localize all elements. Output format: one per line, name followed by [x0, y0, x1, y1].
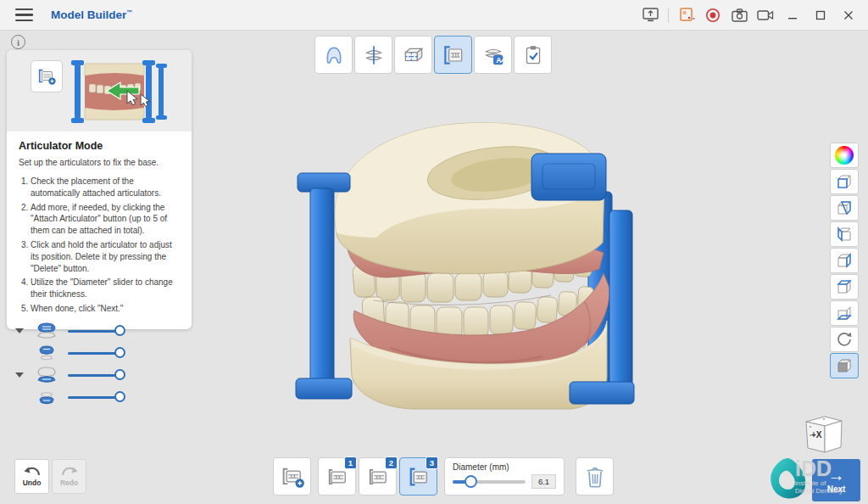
slider-thumb[interactable] [114, 369, 125, 380]
view-left-button[interactable] [830, 221, 859, 247]
app-title: Model Builder™ [51, 8, 132, 21]
step-articulator-button[interactable] [434, 36, 472, 74]
svg-text:A: A [496, 56, 501, 64]
opacity-row-lower-jaw [7, 365, 147, 385]
bottom-toolbar: 1 2 3 Diameter (mm) [273, 457, 614, 496]
attach-articulator-mini-button[interactable] [31, 60, 63, 92]
step-occlusion-button[interactable] [354, 36, 392, 74]
workflow-toolbar: A [314, 36, 552, 74]
reset-rotation-icon [835, 330, 854, 349]
capture-panel-icon[interactable] [678, 7, 695, 24]
upper-teeth-visibility-icon[interactable] [32, 344, 61, 362]
undo-label: Undo [23, 479, 42, 487]
maximize-button[interactable] [811, 6, 830, 25]
next-label: Next [827, 484, 846, 494]
color-wheel-icon [835, 146, 854, 165]
view-top-icon [835, 277, 854, 296]
articulator-1-button[interactable]: 1 [318, 457, 356, 496]
card-step: Add more, if needed, by clicking the "At… [31, 202, 180, 237]
record-icon[interactable] [704, 7, 721, 24]
undo-button[interactable]: Undo [14, 459, 49, 494]
video-capture-icon[interactable] [757, 7, 774, 24]
titlebar: Model Builder™ [0, 0, 868, 31]
history-controls: Undo Redo [14, 459, 86, 494]
impression-icon [322, 43, 346, 67]
step-finish-button[interactable] [514, 36, 552, 74]
hamburger-menu-icon[interactable] [15, 6, 39, 25]
next-arrow-icon: → [828, 468, 845, 483]
label-icon: A [481, 43, 505, 67]
delete-articulator-button[interactable] [576, 457, 614, 496]
view-back-icon [835, 199, 854, 217]
diameter-value: 6.1 [531, 474, 556, 489]
redo-button[interactable]: Redo [52, 459, 86, 494]
view-bottom-button[interactable] [830, 300, 859, 326]
lower-jaw-opacity-slider[interactable] [68, 369, 124, 381]
redo-arrow-icon [60, 466, 79, 478]
shaded-view-button[interactable] [830, 353, 859, 378]
slider-thumb[interactable] [114, 347, 125, 358]
navigation-view-cube[interactable]: +X [799, 410, 847, 457]
diameter-panel: Diameter (mm) 6.1 [444, 457, 565, 496]
upper-jaw-visibility-icon[interactable] [32, 322, 61, 340]
step-base-button[interactable] [394, 36, 432, 74]
screen-share-icon[interactable] [642, 7, 659, 24]
articulator-number-badge: 1 [344, 456, 357, 469]
next-button[interactable]: → Next [812, 459, 860, 501]
opacity-row-upper-jaw [7, 321, 147, 341]
lower-teeth-opacity-slider[interactable] [68, 391, 124, 403]
view-toolbar [830, 143, 859, 378]
view-cube-face-label: +X [811, 430, 822, 440]
attach-articulator-icon [36, 66, 57, 87]
idd-logo [765, 454, 814, 503]
reset-rotation-button[interactable] [830, 327, 859, 352]
shaded-cube-icon [835, 356, 854, 375]
occlusion-icon [362, 43, 386, 67]
step-label-button[interactable]: A [474, 36, 512, 74]
instruction-card: Articulator Mode Set up the articulators… [7, 50, 192, 329]
undo-arrow-icon [23, 466, 42, 478]
view-bottom-icon [835, 304, 854, 322]
view-front-button[interactable] [830, 169, 859, 194]
screenshot-camera-icon[interactable] [731, 7, 748, 24]
opacity-row-upper-teeth [7, 343, 147, 363]
lower-teeth-visibility-icon[interactable] [32, 388, 61, 406]
card-title: Articulator Mode [19, 140, 180, 152]
card-intro: Set up the articulators to fix the base. [19, 158, 180, 167]
articulator-icon [442, 43, 465, 67]
opacity-row-lower-teeth [7, 387, 147, 407]
base-icon [402, 43, 426, 67]
articulator-2-button[interactable]: 2 [359, 457, 397, 496]
view-right-icon [835, 251, 854, 270]
slider-thumb[interactable] [114, 391, 125, 402]
info-icon[interactable]: i [11, 35, 25, 49]
upper-jaw-opacity-slider[interactable] [68, 325, 124, 337]
slider-thumb[interactable] [114, 325, 125, 336]
step-impression-button[interactable] [314, 36, 353, 74]
attach-articulator-icon [280, 464, 305, 490]
slider-thumb[interactable] [465, 475, 477, 488]
color-wheel-button[interactable] [830, 143, 859, 168]
attach-articulator-button[interactable] [273, 457, 311, 496]
diameter-slider[interactable] [453, 475, 526, 489]
articulator-tutorial-illustration [68, 59, 171, 125]
view-right-button[interactable] [830, 248, 859, 273]
diameter-label: Diameter (mm) [453, 462, 556, 472]
card-step: Click and hold the articulator to adjust… [31, 239, 180, 274]
view-back-button[interactable] [830, 195, 859, 221]
expand-caret-icon[interactable] [15, 328, 24, 333]
card-step: Check the placement of the automatically… [31, 176, 180, 199]
close-button[interactable] [839, 6, 858, 25]
articulator-3-button[interactable]: 3 [399, 457, 437, 496]
viewport-canvas[interactable]: A i [0, 31, 868, 504]
instruction-illustration-area [7, 50, 192, 132]
titlebar-divider [668, 8, 669, 23]
view-top-button[interactable] [830, 274, 859, 300]
expand-caret-icon[interactable] [15, 372, 24, 378]
card-steps-list: Check the placement of the automatically… [19, 176, 180, 315]
lower-jaw-visibility-icon[interactable] [32, 366, 61, 384]
minimize-button[interactable] [783, 6, 802, 25]
upper-teeth-opacity-slider[interactable] [68, 347, 124, 359]
redo-label: Redo [60, 479, 78, 487]
articulator-number-badge: 3 [426, 456, 438, 469]
